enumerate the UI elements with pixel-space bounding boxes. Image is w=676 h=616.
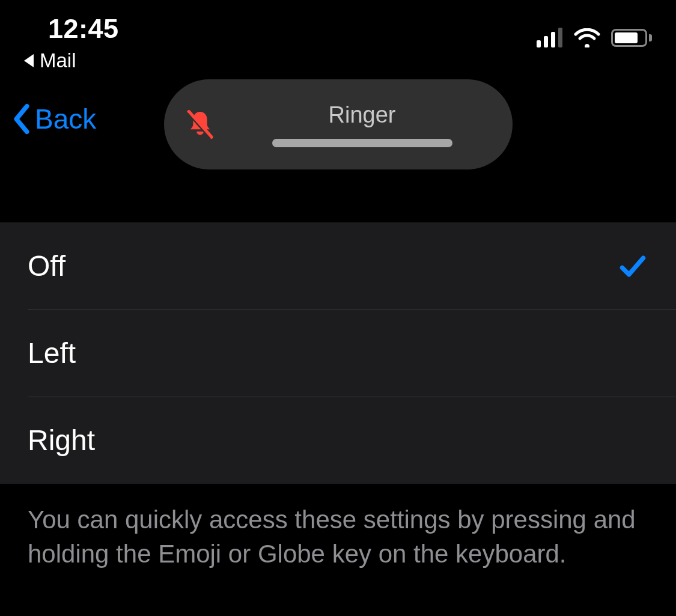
back-triangle-icon: [24, 54, 34, 67]
bell-slash-icon: [182, 106, 218, 142]
option-label: Left: [28, 337, 76, 370]
ringer-volume-hud: Ringer: [164, 79, 513, 169]
status-bar: 12:45 Mail: [0, 0, 676, 78]
option-row-left[interactable]: Left: [0, 310, 676, 397]
breadcrumb[interactable]: Mail: [24, 49, 119, 72]
group-footer-text: You can quickly access these settings by…: [0, 484, 676, 571]
breadcrumb-label: Mail: [40, 49, 76, 72]
chevron-left-icon: [11, 101, 32, 137]
checkmark-icon: [617, 251, 648, 282]
back-button[interactable]: Back: [11, 101, 96, 137]
status-time: 12:45: [24, 13, 119, 44]
options-group: Off Left Right: [0, 222, 676, 484]
battery-icon: [611, 29, 652, 47]
option-row-off[interactable]: Off: [0, 222, 676, 310]
ringer-volume-track: [272, 139, 452, 147]
option-label: Off: [28, 249, 65, 282]
option-label: Right: [28, 424, 95, 457]
cellular-signal-icon: [537, 28, 562, 47]
back-button-label: Back: [35, 103, 96, 135]
ringer-hud-title: Ringer: [329, 102, 396, 128]
option-row-right[interactable]: Right: [0, 397, 676, 484]
wifi-icon: [573, 28, 600, 47]
ringer-volume-fill: [272, 139, 452, 147]
